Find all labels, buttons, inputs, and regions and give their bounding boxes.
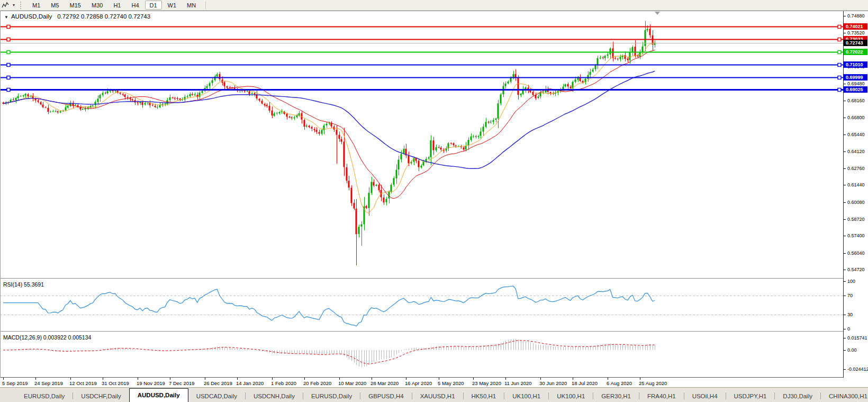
hline-handle[interactable] [7,88,10,92]
date-tick [640,378,640,380]
chart-tab-uk100-h1[interactable]: UK100,H1 [549,391,593,402]
macd-indicator-panel[interactable] [0,332,843,377]
price-axis[interactable]: 0.748800.735200.721600.708400.694800.681… [844,11,868,378]
hline-handle[interactable] [7,76,10,79]
date-tick-label: 12 Oct 2019 [69,380,97,386]
timeframe-button-d1[interactable]: D1 [145,1,162,10]
date-tick-label: 7 Dec 2019 [169,380,195,386]
rsi-indicator-panel[interactable] [0,279,843,331]
timeframe-button-m1[interactable]: M1 [28,1,45,10]
moving-average-line[interactable] [3,71,655,168]
axis-tick [844,219,846,220]
price-level-badge: 0.71010 [844,61,867,68]
axis-tick-label: 0.015741 [847,335,867,341]
axis-tick [844,101,846,101]
axis-tick [844,168,846,169]
timeframe-button-mn[interactable]: MN [182,1,201,10]
candlesticks[interactable] [3,21,656,265]
chart-tabs: EURUSD,DailyUSDCHF,DailyAUDUSD,DailyUSDC… [0,387,868,402]
timeframe-button-h4[interactable]: H4 [126,1,143,10]
date-tick-label: 25 Aug 2020 [639,380,667,386]
date-tick-label: 31 Oct 2019 [102,380,129,386]
timeframe-buttons: M1M5M15M30H1H4D1W1MN [27,1,201,10]
crayon-icon-glyph [2,2,9,8]
symbol-dropdown-icon[interactable]: ▼ [4,15,8,20]
axis-tick-label: -0.024412 [847,367,868,372]
date-tick [406,378,406,380]
date-axis[interactable]: 5 Sep 201924 Sep 201912 Oct 201931 Oct 2… [0,378,843,387]
chart-tab-china300-h1[interactable]: CHINA300,H1 [821,391,868,402]
axis-tick-label: 30 [847,312,853,317]
moving-average-line[interactable] [3,42,655,213]
date-tick-label: 16 Apr 2020 [405,380,432,386]
main-price-chart[interactable] [0,11,843,278]
date-tick [372,378,372,380]
hline-handle[interactable] [7,51,10,54]
hline-handle[interactable] [838,38,841,41]
chart-tab-usdchf-daily[interactable]: USDCHF,Daily [73,391,129,402]
axis-tick-label: 0.74880 [847,13,865,19]
toolbar-dropdown-arrow-icon[interactable]: ▾ [11,3,17,7]
date-tick-label: 19 Nov 2019 [137,380,165,386]
axis-tick [844,350,846,351]
hline-handle[interactable] [838,76,841,79]
chart-tab-hk50-h1[interactable]: HK50,H1 [464,391,504,402]
hline-handle[interactable] [7,38,10,41]
timeframe-button-m5[interactable]: M5 [46,1,64,10]
crayon-draw-icon[interactable] [0,1,11,10]
toolbar-gripper [20,2,23,9]
timeframe-button-h1[interactable]: H1 [108,1,125,10]
axis-tick [844,329,846,329]
axis-tick [844,135,846,135]
date-tick-label: 6 Aug 2020 [607,380,632,386]
toolbar-separator [205,2,206,9]
toolbar: ▾ M1M5M15M30H1H4D1W1MN [0,0,868,11]
axis-tick [844,151,846,152]
hline-handle[interactable] [838,51,841,54]
hline-handle[interactable] [7,64,10,67]
date-tick [272,378,273,380]
axis-tick-label: 0.61440 [847,182,865,187]
timeframe-button-m30[interactable]: M30 [87,1,107,10]
chart-tab-eurusd-daily[interactable]: EURUSD,Daily [16,391,73,402]
axis-tick-label: 0.66800 [847,115,865,120]
date-tick [3,378,4,380]
chart-tab-usdjpy-h1[interactable]: USDJPY,H1 [726,391,775,402]
chart-tab-fra40-h1[interactable]: FRA40,H1 [639,391,684,402]
hline-handle[interactable] [838,64,841,67]
chart-tab-audusd-daily[interactable]: AUDUSD,Daily [129,388,188,402]
axis-tick-label: 0.00 [847,347,857,353]
chart-window-left-border [0,11,1,387]
timeframe-button-w1[interactable]: W1 [163,1,182,10]
moving-average-line[interactable] [3,50,655,199]
hline-handle[interactable] [7,25,10,29]
date-tick-label: 28 Mar 2020 [370,380,399,386]
hline-handle[interactable] [838,88,841,92]
axis-tick-label: 0.60080 [847,200,865,205]
date-tick [339,378,340,380]
chart-tab-usdcnh-daily[interactable]: USDCNH,Daily [246,391,303,402]
chart-tab-gbpusd-h4[interactable]: GBPUSD,H4 [360,391,411,402]
hline-handle[interactable] [838,25,841,29]
date-tick [608,378,608,380]
chart-tab-uk100-h1[interactable]: UK100,H1 [504,391,548,402]
date-tick-label: 5 May 2020 [438,380,464,386]
axis-tick-label: 70 [847,293,853,298]
chart-tab-dj30-daily[interactable]: DJ30,Daily [775,391,820,402]
mt4-application: ▾ M1M5M15M30H1H4D1W1MN ▼AUDUSD,Daily0.72… [0,0,868,402]
chart-tab-usoil-h4[interactable]: USOil,H4 [684,391,726,402]
date-tick-label: 11 Jun 2020 [504,380,532,386]
axis-tick [844,202,846,203]
date-tick [573,378,573,380]
timeframe-button-m15[interactable]: M15 [65,1,86,10]
chart-tab-xauusd-h1[interactable]: XAUUSD,H1 [412,391,463,402]
axis-tick [844,253,846,254]
chart-tab-eurusd-daily[interactable]: EURUSD,Daily [303,391,360,402]
chart-ohlc-values: 0.72792 0.72858 0.72740 0.72743 [57,13,150,20]
macd-signal-line [3,341,655,364]
chart-tab-usdcad-daily[interactable]: USDCAD,Daily [188,391,245,402]
axis-tick [844,281,846,282]
axis-tick [844,84,846,84]
chart-tab-ger30-h1[interactable]: GER30,H1 [593,391,639,402]
chart-shift-marker-icon[interactable] [655,12,660,15]
